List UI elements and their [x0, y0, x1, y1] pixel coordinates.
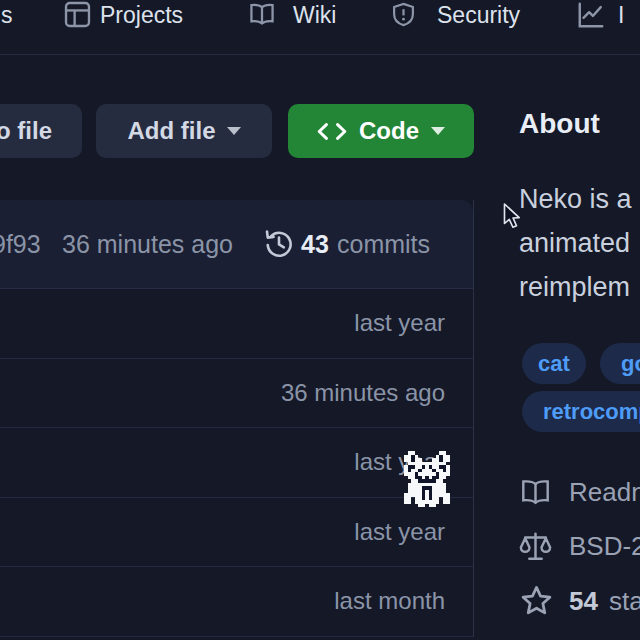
book-icon — [249, 2, 275, 28]
license-link[interactable]: BSD-2 — [519, 529, 640, 563]
license-label: BSD-2 — [569, 531, 640, 562]
law-icon — [519, 529, 552, 563]
goto-file-label: o file — [0, 117, 52, 145]
topic-label: retrocomp — [543, 399, 640, 425]
file-row[interactable]: last year — [0, 289, 473, 359]
star-count: 54 — [569, 586, 598, 617]
commit-time: 36 minutes ago — [62, 200, 233, 288]
readme-link[interactable]: Readn — [519, 477, 640, 508]
graph-icon — [576, 0, 606, 30]
stars-link[interactable]: 54 sta — [519, 584, 640, 618]
shield-icon — [391, 2, 416, 27]
about-description-line: reimplem — [519, 272, 630, 303]
repo-tab-bar: s Projects Wiki Security I — [0, 0, 640, 55]
about-heading: About — [519, 108, 600, 140]
latest-commit-bar: 9f93 36 minutes ago 43 commits — [0, 200, 473, 289]
file-updated: last year — [354, 518, 445, 546]
topic-tag-go[interactable]: go — [600, 343, 640, 384]
caret-down-icon — [227, 127, 241, 135]
tab-label: I — [618, 0, 624, 30]
tab-label: Wiki — [293, 0, 336, 30]
file-updated: last month — [334, 587, 445, 615]
code-button[interactable]: Code — [288, 104, 474, 158]
add-file-label: Add file — [128, 117, 216, 145]
tab-fragment[interactable]: s — [1, 0, 13, 30]
tab-insights[interactable]: I — [576, 0, 624, 30]
code-label: Code — [359, 117, 419, 145]
goto-file-button[interactable]: o file — [0, 104, 82, 158]
star-icon — [519, 584, 554, 618]
file-table: 9f93 36 minutes ago 43 commits last year… — [0, 200, 474, 637]
about-description-line: Neko is a — [519, 184, 632, 215]
tab-wiki[interactable]: Wiki — [249, 0, 336, 30]
code-icon — [317, 123, 347, 140]
file-row[interactable]: last year — [0, 428, 473, 498]
nav-divider — [0, 54, 640, 55]
history-link[interactable] — [264, 200, 294, 288]
topic-tag-cat[interactable]: cat — [522, 343, 586, 384]
book-icon — [519, 478, 552, 508]
stars-label: sta — [609, 586, 640, 617]
tab-label: Projects — [100, 0, 183, 30]
commit-hash-link[interactable]: 9f93 — [0, 200, 41, 288]
topic-tag-retrocomputing[interactable]: retrocomp — [522, 391, 640, 432]
commits-label[interactable]: commits — [337, 200, 430, 288]
table-icon — [64, 1, 91, 28]
tab-label: Security — [437, 0, 520, 30]
tab-security[interactable]: Security — [391, 0, 520, 30]
file-row[interactable]: last month — [0, 567, 473, 637]
caret-down-icon — [431, 127, 445, 135]
neko-cat-sprite — [404, 451, 450, 507]
mouse-cursor — [503, 203, 521, 229]
file-updated: last year — [354, 309, 445, 337]
tab-projects[interactable]: Projects — [64, 0, 183, 30]
history-icon — [264, 229, 294, 259]
file-row[interactable]: last year — [0, 498, 473, 568]
about-description-line: animated — [519, 228, 630, 259]
readme-label: Readn — [569, 477, 640, 508]
add-file-button[interactable]: Add file — [96, 104, 272, 158]
file-row[interactable]: 36 minutes ago — [0, 359, 473, 429]
topic-label: go — [621, 351, 640, 377]
commit-count[interactable]: 43 — [301, 200, 329, 288]
file-updated: 36 minutes ago — [281, 379, 445, 407]
topic-label: cat — [538, 351, 570, 377]
